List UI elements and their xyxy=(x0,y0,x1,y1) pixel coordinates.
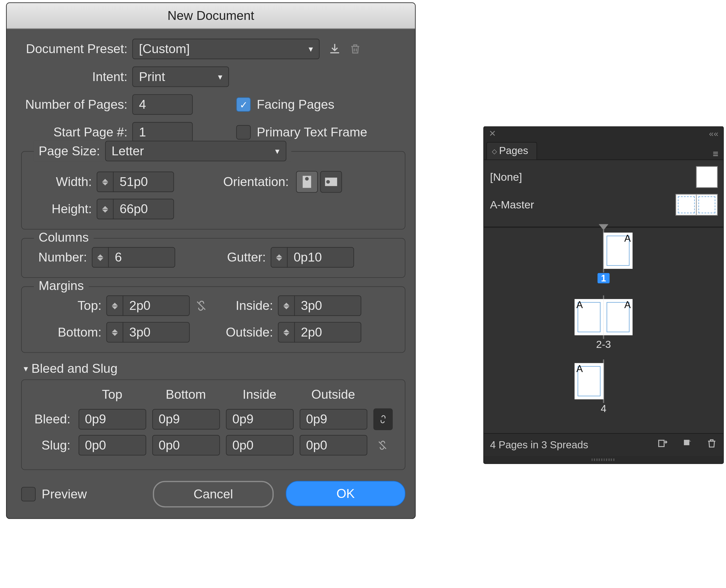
spread-2[interactable]: A A 2-3 xyxy=(575,299,632,351)
margin-top-label: Top: xyxy=(32,298,106,313)
collapse-panel-icon[interactable]: «« xyxy=(709,129,718,138)
chevron-down-icon: ▾ xyxy=(309,44,313,54)
margins-group: Margins Top: 2p0 Inside: 3p0 xyxy=(21,287,405,353)
margin-inside-input[interactable]: 3p0 xyxy=(278,295,361,316)
save-preset-icon[interactable] xyxy=(325,39,345,59)
stepper-icon[interactable] xyxy=(97,172,113,192)
pages-tab-label: Pages xyxy=(499,145,528,157)
page-size-group: Page Size: Letter ▾ Width: 51p0 Orientat… xyxy=(21,151,405,230)
preset-select[interactable]: [Custom] ▾ xyxy=(132,39,320,59)
edit-page-size-icon[interactable] xyxy=(657,438,669,452)
bleed-bottom-input[interactable]: 0p9 xyxy=(152,409,220,430)
stepper-icon[interactable] xyxy=(107,322,123,342)
margin-bottom-label: Bottom: xyxy=(32,325,106,340)
chevron-down-icon: ▾ xyxy=(24,364,28,373)
page-size-select[interactable]: Letter ▾ xyxy=(105,141,286,161)
master-none-label: [None] xyxy=(490,171,522,183)
bleed-slug-disclosure[interactable]: ▾ Bleed and Slug xyxy=(24,361,406,376)
panel-top-grip[interactable]: ✕ «« xyxy=(484,127,723,140)
num-pages-label: Number of Pages: xyxy=(21,97,132,112)
page-thumb-3[interactable]: A xyxy=(604,299,632,335)
slug-bottom-input[interactable]: 0p0 xyxy=(152,435,220,456)
panel-menu-icon[interactable]: ≡ xyxy=(708,148,723,159)
width-input[interactable]: 51p0 xyxy=(97,172,174,192)
slug-link-icon[interactable] xyxy=(373,435,391,456)
slug-outside-input[interactable]: 0p0 xyxy=(299,435,367,456)
margin-top-input[interactable]: 2p0 xyxy=(106,295,190,316)
preview-label: Preview xyxy=(42,487,87,501)
intent-select[interactable]: Print ▾ xyxy=(132,66,229,87)
bleed-row-label: Bleed: xyxy=(34,408,73,431)
height-label: Height: xyxy=(32,202,97,216)
page-thumb-1[interactable]: A xyxy=(604,233,632,269)
master-a-thumb xyxy=(676,194,717,215)
start-page-input[interactable]: 1 xyxy=(132,122,193,143)
columns-group: Columns Number: 6 Gutter: 0p10 xyxy=(21,238,405,278)
primary-text-frame-checkbox[interactable] xyxy=(236,125,251,140)
bleed-outside-input[interactable]: 0p9 xyxy=(299,409,367,430)
spread-1[interactable]: A 1 xyxy=(575,233,632,285)
bs-col-top: Top xyxy=(78,387,147,404)
columns-legend: Columns xyxy=(34,230,94,245)
bleed-inside-input[interactable]: 0p9 xyxy=(226,409,293,430)
stepper-icon[interactable] xyxy=(278,295,295,316)
margin-outside-label: Outside: xyxy=(213,325,278,340)
dialog-title: New Document xyxy=(6,3,415,29)
margin-link-icon[interactable] xyxy=(195,299,207,312)
panel-resize-grip[interactable] xyxy=(484,456,723,463)
preset-label: Document Preset: xyxy=(21,42,132,56)
master-a-label: A-Master xyxy=(490,198,534,211)
slug-row-label: Slug: xyxy=(34,435,73,456)
stepper-icon[interactable] xyxy=(271,247,288,268)
spread-2-label: 2-3 xyxy=(575,339,632,351)
bs-col-bottom: Bottom xyxy=(151,387,220,404)
slug-inside-input[interactable]: 0p0 xyxy=(226,435,293,456)
gutter-input[interactable]: 0p10 xyxy=(271,247,354,268)
master-a-row[interactable]: A-Master xyxy=(490,193,717,217)
close-panel-icon[interactable]: ✕ xyxy=(489,129,496,138)
pages-tab[interactable]: ◇ Pages xyxy=(486,142,537,160)
slug-top-input[interactable]: 0p0 xyxy=(78,435,146,456)
intent-label: Intent: xyxy=(21,69,132,84)
stepper-icon[interactable] xyxy=(107,295,123,316)
page-thumb-4[interactable]: A xyxy=(575,363,603,399)
pages-area[interactable]: A 1 A A 2-3 xyxy=(484,228,723,434)
bs-col-inside: Inside xyxy=(225,387,294,404)
new-page-icon[interactable] xyxy=(682,438,693,452)
columns-number-label: Number: xyxy=(32,250,92,265)
stepper-icon[interactable] xyxy=(278,322,295,342)
page-size-legend: Page Size: xyxy=(39,144,100,158)
delete-preset-icon[interactable] xyxy=(345,39,366,59)
intent-value: Print xyxy=(139,69,165,84)
gutter-label: Gutter: xyxy=(175,250,271,265)
margin-outside-input[interactable]: 2p0 xyxy=(278,322,361,342)
preview-checkbox[interactable] xyxy=(21,487,36,501)
chevron-down-icon: ▾ xyxy=(275,146,279,156)
facing-pages-checkbox[interactable]: ✓ xyxy=(236,97,251,112)
trash-icon[interactable] xyxy=(706,438,717,453)
bleed-slug-label: Bleed and Slug xyxy=(32,361,118,376)
margin-inside-label: Inside: xyxy=(213,298,278,313)
bleed-top-input[interactable]: 0p9 xyxy=(78,409,146,430)
orientation-landscape-button[interactable] xyxy=(320,171,342,193)
height-input[interactable]: 66p0 xyxy=(97,199,174,219)
pages-status: 4 Pages in 3 Spreads xyxy=(490,439,588,451)
columns-number-input[interactable]: 6 xyxy=(92,247,175,268)
ok-button[interactable]: OK xyxy=(286,481,405,506)
bleed-link-icon[interactable] xyxy=(373,408,392,430)
orientation-portrait-button[interactable] xyxy=(296,171,318,193)
margin-bottom-input[interactable]: 3p0 xyxy=(106,322,190,342)
num-pages-input[interactable]: 4 xyxy=(132,94,193,115)
page-4-label: 4 xyxy=(575,403,632,415)
facing-pages-label: Facing Pages xyxy=(257,97,334,112)
cancel-button[interactable]: Cancel xyxy=(153,481,274,507)
width-label: Width: xyxy=(32,175,97,189)
stepper-icon[interactable] xyxy=(92,247,109,268)
page-thumb-2[interactable]: A xyxy=(575,299,603,335)
master-none-thumb xyxy=(697,167,717,187)
page-corner-label: A xyxy=(624,233,631,244)
page-corner-label: A xyxy=(624,299,631,310)
spread-3[interactable]: A 4 xyxy=(575,363,632,415)
stepper-icon[interactable] xyxy=(97,199,113,219)
master-none-row[interactable]: [None] xyxy=(490,165,717,189)
